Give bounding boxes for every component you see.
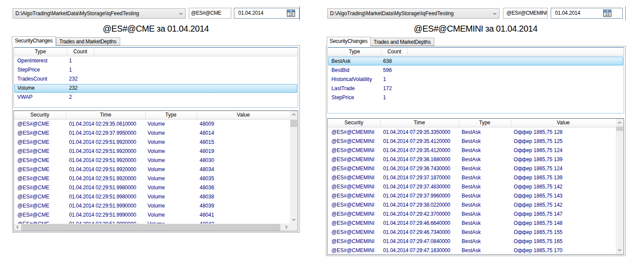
svg-text:15: 15 [289,11,293,16]
svg-text:15: 15 [605,11,610,16]
